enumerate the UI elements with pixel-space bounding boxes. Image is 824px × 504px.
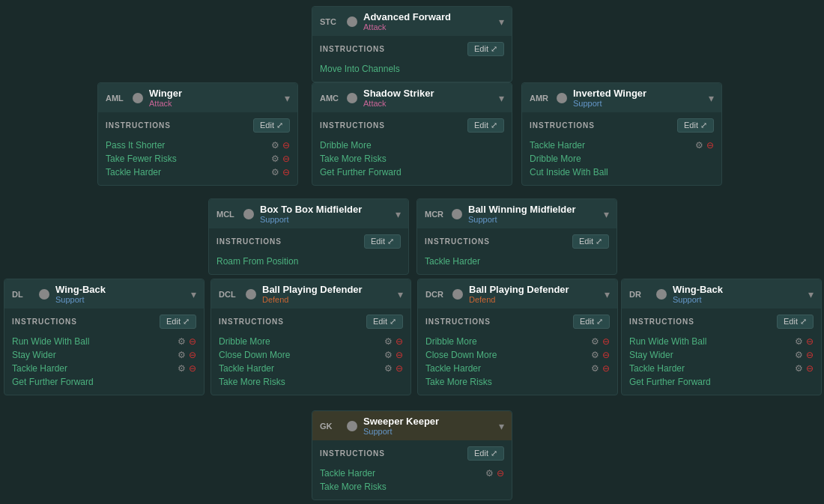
amc-edit-button[interactable]: Edit ⤢ [467, 118, 504, 133]
amr-card: AMR Inverted Winger Support ▾ INSTRUCTIO… [521, 82, 722, 186]
amc-instructions-header: INSTRUCTIONS Edit ⤢ [320, 118, 504, 133]
gk-instruction-0: Tackle Harder ⚙ ⊖ [320, 467, 504, 480]
dr-edit-button[interactable]: Edit ⤢ [777, 315, 814, 329]
stc-card: STC Advanced Forward Attack ▾ INSTRUCTIO… [312, 6, 512, 82]
remove-icon[interactable]: ⊖ [497, 468, 504, 479]
gear-icon[interactable]: ⚙ [795, 363, 803, 374]
remove-icon[interactable]: ⊖ [806, 363, 814, 374]
dcr-instruction-0: Dribble More ⚙ ⊖ [425, 335, 610, 348]
amc-body: INSTRUCTIONS Edit ⤢ Dribble More Take Mo… [312, 112, 512, 185]
aml-instruction-text-2: Tackle Harder [106, 167, 161, 177]
gear-icon[interactable]: ⚙ [384, 363, 393, 374]
mcr-edit-button[interactable]: Edit ⤢ [572, 234, 609, 249]
amc-instruction-0: Dribble More [320, 139, 504, 152]
gear-icon[interactable]: ⚙ [591, 363, 599, 374]
dr-instructions-header: INSTRUCTIONS Edit ⤢ [629, 315, 814, 329]
remove-icon[interactable]: ⊖ [189, 350, 196, 360]
dcr-body: INSTRUCTIONS Edit ⤢ Dribble More ⚙ ⊖ Clo… [418, 309, 617, 395]
remove-icon[interactable]: ⊖ [602, 363, 610, 374]
remove-icon[interactable]: ⊖ [282, 167, 290, 177]
dl-role-info: Wing-Back Support [55, 284, 185, 304]
remove-icon[interactable]: ⊖ [282, 154, 290, 164]
dcl-chevron-icon[interactable]: ▾ [398, 288, 403, 300]
dr-role-name: Wing-Back [673, 284, 802, 295]
stc-edit-button[interactable]: Edit ⤢ [467, 42, 504, 56]
dcr-edit-button[interactable]: Edit ⤢ [573, 315, 610, 329]
aml-edit-button[interactable]: Edit ⤢ [253, 118, 290, 133]
mcr-chevron-icon[interactable]: ▾ [604, 208, 609, 220]
gear-icon[interactable]: ⚙ [485, 468, 494, 479]
remove-icon[interactable]: ⊖ [189, 363, 196, 374]
amc-chevron-icon[interactable]: ▾ [499, 92, 504, 104]
dcr-role-name: Ball Playing Defender [469, 284, 599, 295]
remove-icon[interactable]: ⊖ [806, 350, 814, 360]
gear-icon[interactable]: ⚙ [178, 350, 186, 360]
gear-icon[interactable]: ⚙ [795, 350, 803, 360]
dr-instruction-text-2: Tackle Harder [629, 363, 685, 374]
amr-chevron-icon[interactable]: ▾ [709, 92, 714, 104]
gear-icon[interactable]: ⚙ [384, 336, 393, 347]
remove-icon[interactable]: ⊖ [806, 336, 814, 347]
gk-instruction-icons-0: ⚙ ⊖ [485, 468, 504, 479]
stc-dot [347, 16, 357, 27]
dl-chevron-icon[interactable]: ▾ [191, 288, 196, 300]
aml-dot [133, 93, 143, 103]
amc-duty: Attack [363, 99, 493, 108]
dl-duty: Support [55, 295, 185, 304]
mcr-dot [452, 209, 462, 219]
amc-role-info: Shadow Striker Attack [363, 88, 493, 108]
dcl-edit-button[interactable]: Edit ⤢ [366, 315, 403, 329]
amc-instruction-2: Get Further Forward [320, 166, 504, 179]
aml-instruction-icons-2: ⚙ ⊖ [271, 167, 290, 177]
mcl-instructions-header: INSTRUCTIONS Edit ⤢ [216, 234, 401, 249]
stc-instructions-label: INSTRUCTIONS [320, 45, 385, 53]
dcr-instruction-text-1: Close Down More [425, 350, 497, 360]
gear-icon[interactable]: ⚙ [271, 167, 279, 177]
gear-icon[interactable]: ⚙ [795, 336, 803, 347]
gear-icon[interactable]: ⚙ [178, 363, 186, 374]
remove-icon[interactable]: ⊖ [396, 350, 403, 360]
aml-instruction-text-1: Take Fewer Risks [106, 154, 177, 164]
stc-chevron-icon[interactable]: ▾ [499, 16, 504, 28]
gear-icon[interactable]: ⚙ [591, 336, 599, 347]
aml-chevron-icon[interactable]: ▾ [285, 92, 290, 104]
gear-icon[interactable]: ⚙ [178, 336, 186, 347]
gear-icon[interactable]: ⚙ [695, 140, 703, 151]
remove-icon[interactable]: ⊖ [602, 336, 610, 347]
aml-body: INSTRUCTIONS Edit ⤢ Pass It Shorter ⚙ ⊖ … [98, 112, 297, 185]
mcl-header: MCL Box To Box Midfielder Support ▾ [209, 199, 408, 228]
mcr-instruction-text-0: Tackle Harder [425, 256, 480, 267]
gk-edit-button[interactable]: Edit ⤢ [467, 446, 504, 461]
dcr-header: DCR Ball Playing Defender Defend ▾ [418, 279, 617, 309]
amc-dot [347, 93, 357, 103]
gk-chevron-icon[interactable]: ▾ [499, 420, 504, 432]
gear-icon[interactable]: ⚙ [384, 350, 393, 360]
amr-instruction-text-1: Dribble More [530, 154, 581, 164]
dr-chevron-icon[interactable]: ▾ [808, 288, 814, 300]
dcr-dot [452, 289, 463, 300]
remove-icon[interactable]: ⊖ [706, 140, 714, 151]
stc-duty: Attack [363, 22, 493, 31]
dcl-duty: Defend [262, 295, 392, 304]
remove-icon[interactable]: ⊖ [396, 363, 403, 374]
dcr-chevron-icon[interactable]: ▾ [605, 288, 610, 300]
gear-icon[interactable]: ⚙ [271, 154, 279, 164]
amr-edit-button[interactable]: Edit ⤢ [677, 118, 714, 133]
mcl-edit-button[interactable]: Edit ⤢ [364, 234, 401, 249]
dl-edit-button[interactable]: Edit ⤢ [160, 315, 196, 329]
mcr-position: MCR [425, 210, 446, 219]
remove-icon[interactable]: ⊖ [602, 350, 610, 360]
amr-position: AMR [530, 94, 551, 103]
remove-icon[interactable]: ⊖ [189, 336, 196, 347]
remove-icon[interactable]: ⊖ [282, 140, 290, 151]
dcr-instruction-2: Tackle Harder ⚙ ⊖ [425, 362, 610, 375]
gk-duty: Support [363, 427, 493, 436]
remove-icon[interactable]: ⊖ [396, 336, 403, 347]
gear-icon[interactable]: ⚙ [591, 350, 599, 360]
amr-instruction-text-0: Tackle Harder [530, 140, 585, 151]
aml-instructions-header: INSTRUCTIONS Edit ⤢ [106, 118, 290, 133]
mcl-card: MCL Box To Box Midfielder Support ▾ INST… [208, 198, 409, 275]
mcl-chevron-icon[interactable]: ▾ [396, 208, 401, 220]
amc-instruction-1: Take More Risks [320, 152, 504, 166]
gear-icon[interactable]: ⚙ [271, 140, 279, 151]
